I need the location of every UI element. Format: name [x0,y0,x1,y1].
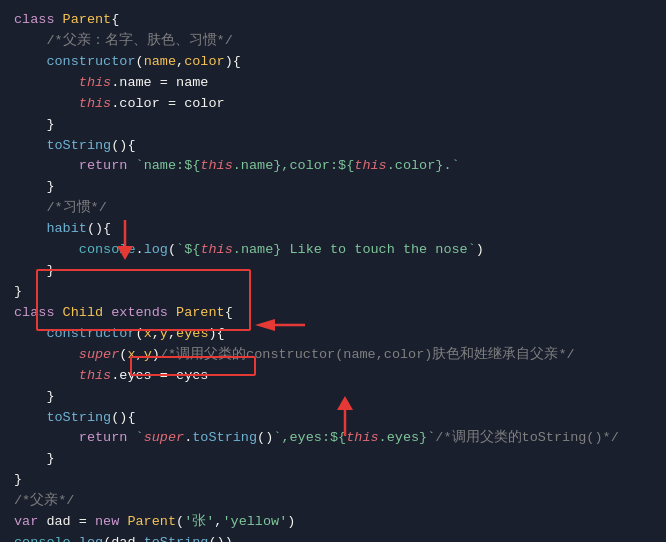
code-editor: class Parent{ /*父亲：名字、肤色、习惯*/ constructo… [0,0,666,542]
code-line-26: console.log(dad.toString()) [14,533,652,542]
code-line-14: } [14,282,652,303]
code-line-24: /*父亲*/ [14,491,652,512]
code-line-12: console.log(`${this.name} Like to touch … [14,240,652,261]
code-line-11: habit(){ [14,219,652,240]
code-line-18: this.eyes = eyes [14,366,652,387]
code-line-4: this.name = name [14,73,652,94]
code-line-16: constructor(x,y,eyes){ [14,324,652,345]
code-line-20: toString(){ [14,408,652,429]
code-line-9: } [14,177,652,198]
code-line-21: return `super.toString()`,eyes:${this.ey… [14,428,652,449]
code-line-8: return `name:${this.name},color:${this.c… [14,156,652,177]
code-line-13: } [14,261,652,282]
code-line-1: class Parent{ [14,10,652,31]
code-line-22: } [14,449,652,470]
code-line-5: this.color = color [14,94,652,115]
code-line-25: var dad = new Parent('张','yellow') [14,512,652,533]
code-line-7: toString(){ [14,136,652,157]
code-line-15: class Child extends Parent{ [14,303,652,324]
code-line-17: super(x,y)/*调用父类的constructor(name,color)… [14,345,652,366]
code-line-2: /*父亲：名字、肤色、习惯*/ [14,31,652,52]
code-line-6: } [14,115,652,136]
code-line-3: constructor(name,color){ [14,52,652,73]
code-line-23: } [14,470,652,491]
code-line-10: /*习惯*/ [14,198,652,219]
code-line-19: } [14,387,652,408]
